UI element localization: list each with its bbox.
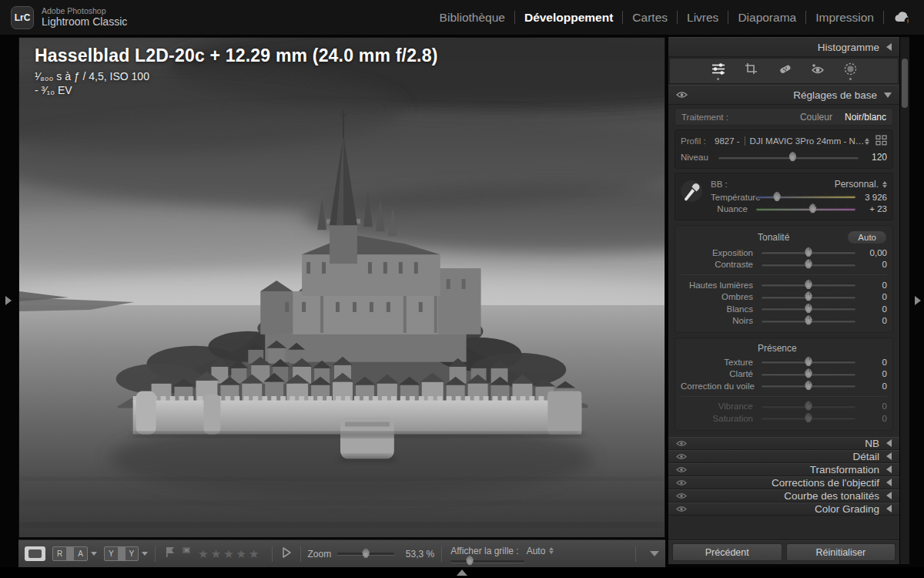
whites-slider[interactable] bbox=[762, 307, 855, 310]
dehaze-value[interactable]: 0 bbox=[859, 381, 887, 391]
level-value[interactable]: 120 bbox=[862, 152, 887, 163]
temperature-slider[interactable] bbox=[756, 196, 855, 198]
treatment-color-option[interactable]: Couleur bbox=[800, 112, 832, 123]
profile-browser-grid-icon[interactable] bbox=[875, 135, 887, 148]
tint-value[interactable]: + 23 bbox=[859, 204, 887, 213]
whites-value[interactable]: 0 bbox=[859, 304, 887, 314]
module-developpement[interactable]: Développement bbox=[515, 11, 622, 25]
loupe-view-button[interactable] bbox=[25, 546, 45, 561]
exposure-slider-thumb[interactable] bbox=[804, 247, 814, 257]
panel-visibility-eye-icon[interactable] bbox=[676, 506, 688, 512]
module-livres[interactable]: Livres bbox=[678, 11, 728, 25]
highlights-slider[interactable] bbox=[762, 284, 855, 286]
grid-size-slider[interactable] bbox=[450, 560, 524, 563]
scrollbar-thumb[interactable] bbox=[902, 59, 908, 108]
temperature-value[interactable]: 3 926 bbox=[859, 193, 887, 202]
before-after-tb-button[interactable]: Y Y bbox=[104, 546, 139, 561]
dehaze-slider[interactable] bbox=[762, 385, 855, 387]
blacks-value[interactable]: 0 bbox=[859, 316, 887, 325]
profile-prefix[interactable]: 9827 - bbox=[715, 136, 740, 146]
edit-sliders-tool[interactable] bbox=[711, 62, 726, 80]
panel-visibility-eye-icon[interactable] bbox=[676, 492, 688, 499]
zoom-value[interactable]: 53,3 % bbox=[400, 549, 434, 560]
panel-visibility-eye-icon[interactable] bbox=[676, 466, 688, 473]
before-after-tb-dropdown-icon[interactable] bbox=[142, 552, 148, 556]
panel-visibility-eye-icon[interactable] bbox=[676, 479, 688, 486]
right-panel-collapse-arrow[interactable] bbox=[915, 296, 921, 305]
play-slideshow-icon[interactable] bbox=[280, 546, 293, 563]
grid-size-slider-thumb[interactable] bbox=[465, 556, 475, 566]
tint-slider[interactable] bbox=[756, 208, 855, 210]
zoom-slider-thumb[interactable] bbox=[361, 548, 371, 558]
tint-slider-thumb[interactable] bbox=[808, 203, 818, 213]
shadows-slider-thumb[interactable] bbox=[804, 291, 814, 301]
exposure-slider[interactable] bbox=[762, 251, 855, 254]
panel-visibility-eye-icon[interactable] bbox=[676, 91, 688, 99]
blacks-slider-thumb[interactable] bbox=[804, 315, 814, 325]
whites-slider-thumb[interactable] bbox=[804, 303, 814, 313]
flag-pick-icon[interactable] bbox=[165, 546, 176, 561]
shadows-value[interactable]: 0 bbox=[859, 292, 887, 301]
contrast-slider-thumb[interactable] bbox=[804, 259, 814, 269]
crop-tool[interactable] bbox=[745, 62, 758, 80]
before-after-lr-button[interactable]: R A bbox=[52, 546, 88, 561]
level-slider-thumb[interactable] bbox=[788, 152, 798, 162]
tint-row: Nuance + 23 bbox=[711, 203, 887, 216]
filmstrip-expand-arrow[interactable] bbox=[457, 570, 467, 576]
contrast-slider[interactable] bbox=[762, 264, 855, 266]
photo-canvas[interactable]: Hasselblad L2D-20c + 12.29 mm (24.0 mm f… bbox=[18, 37, 665, 538]
toolbar-options-chevron-icon[interactable] bbox=[650, 551, 659, 556]
reset-button[interactable]: Réinitialiser bbox=[786, 543, 896, 561]
blacks-row: Noirs 0 bbox=[681, 315, 887, 328]
left-panel-expand-arrow[interactable] bbox=[5, 296, 12, 305]
clarity-slider-thumb[interactable] bbox=[804, 368, 814, 378]
right-panel-scrollbar[interactable] bbox=[900, 37, 909, 564]
panel-header-detail[interactable]: Détail bbox=[668, 450, 899, 463]
highlights-value[interactable]: 0 bbox=[859, 281, 887, 290]
healing-tool[interactable] bbox=[777, 62, 792, 80]
panel-header-tone-curve[interactable]: Courbe des tonalités bbox=[668, 489, 899, 502]
auto-tone-button[interactable]: Auto bbox=[847, 230, 887, 244]
dehaze-slider-thumb[interactable] bbox=[804, 380, 814, 390]
white-balance-eyedropper-icon[interactable] bbox=[680, 179, 703, 206]
texture-slider-thumb[interactable] bbox=[804, 356, 814, 366]
panel-header-lens-corrections[interactable]: Corrections de l'objectif bbox=[668, 476, 899, 489]
grid-mode-select[interactable]: Auto bbox=[527, 546, 554, 556]
popup-arrows-icon[interactable] bbox=[865, 138, 869, 145]
panel-header-color-grading[interactable]: Color Grading bbox=[668, 502, 899, 516]
histogram-panel-header[interactable]: Histogramme bbox=[668, 37, 899, 57]
flag-reject-icon[interactable] bbox=[181, 546, 192, 561]
zoom-slider[interactable] bbox=[337, 553, 394, 555]
clarity-value[interactable]: 0 bbox=[859, 369, 887, 378]
star-rating[interactable]: ★★★★★ bbox=[198, 547, 261, 561]
texture-slider[interactable] bbox=[762, 361, 855, 363]
module-bibliotheque[interactable]: Bibliothèque bbox=[430, 11, 514, 25]
highlights-slider-thumb[interactable] bbox=[804, 279, 814, 289]
texture-value[interactable]: 0 bbox=[859, 358, 887, 367]
module-impression[interactable]: Impression bbox=[806, 11, 883, 25]
previous-button[interactable]: Précédent bbox=[672, 543, 782, 561]
exposure-value[interactable]: 0,00 bbox=[859, 248, 887, 257]
blacks-slider[interactable] bbox=[762, 320, 855, 322]
panel-visibility-eye-icon[interactable] bbox=[676, 453, 688, 460]
panel-title: Détail bbox=[852, 451, 879, 462]
exposure-label: Exposition bbox=[681, 248, 758, 257]
basic-panel-header[interactable]: Réglages de base bbox=[668, 85, 899, 105]
panel-header-transform[interactable]: Transformation bbox=[668, 463, 899, 476]
masking-tool[interactable] bbox=[843, 62, 858, 80]
wb-preset-select[interactable]: Personnal. bbox=[835, 179, 887, 190]
profile-name[interactable]: DJI MAVIC 3Pro 24mm - N-B 009 A 7V bbox=[750, 136, 865, 146]
clarity-slider[interactable] bbox=[762, 373, 855, 375]
treatment-bw-option[interactable]: Noir/blanc bbox=[845, 112, 886, 123]
level-slider[interactable] bbox=[718, 156, 859, 159]
contrast-value[interactable]: 0 bbox=[859, 260, 887, 269]
module-diaporama[interactable]: Diaporama bbox=[728, 11, 805, 25]
module-cartes[interactable]: Cartes bbox=[623, 11, 677, 25]
temperature-slider-thumb[interactable] bbox=[772, 191, 782, 201]
cloud-sync-alert-icon[interactable]: ! bbox=[893, 10, 913, 25]
shadows-slider[interactable] bbox=[762, 296, 855, 298]
red-eye-tool[interactable] bbox=[810, 62, 825, 80]
panel-visibility-eye-icon[interactable] bbox=[676, 440, 688, 447]
panel-header-bw[interactable]: NB bbox=[668, 437, 899, 450]
before-after-lr-dropdown-icon[interactable] bbox=[91, 552, 97, 556]
